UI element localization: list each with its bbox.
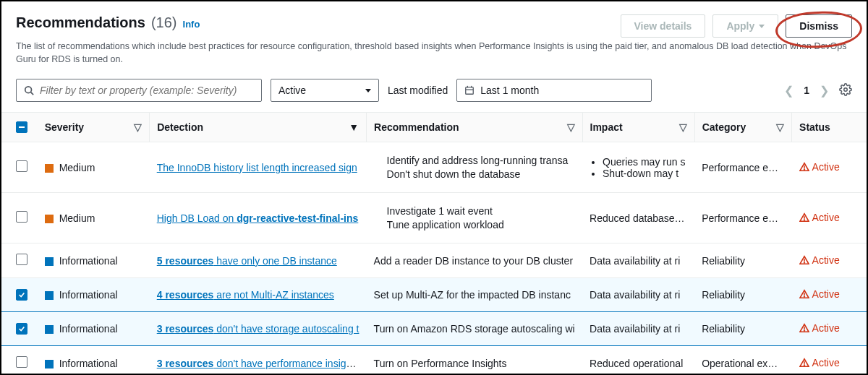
recommendation-cell: Identify and address long-running transa… xyxy=(367,142,582,193)
prev-page-button[interactable]: ❮ xyxy=(784,84,793,98)
category-cell: Performance e… xyxy=(694,142,791,193)
row-checkbox[interactable] xyxy=(16,160,27,172)
svg-point-9 xyxy=(804,169,804,170)
impact-cell: Data availability at ri xyxy=(582,243,694,278)
settings-button[interactable] xyxy=(839,83,852,98)
severity-badge xyxy=(45,360,54,368)
table-row: MediumThe InnoDB history list length inc… xyxy=(1,142,867,193)
recommendations-table: Severity▽ Detection▼ Recommendation▽ Imp… xyxy=(1,112,867,375)
recommendation-item: Don't shut down the database xyxy=(387,168,575,180)
detection-link[interactable]: 5 resources have only one DB instance xyxy=(157,255,337,267)
warning-icon xyxy=(799,323,809,333)
search-icon xyxy=(24,85,34,95)
column-header-recommendation[interactable]: Recommendation▽ xyxy=(367,113,582,142)
severity-text: Informational xyxy=(59,289,118,301)
row-checkbox[interactable] xyxy=(16,356,27,368)
column-header-status[interactable]: Status xyxy=(792,113,867,142)
column-header-impact[interactable]: Impact▽ xyxy=(582,113,694,142)
status-badge: Active xyxy=(799,212,840,223)
detection-link[interactable]: 4 resources are not Multi-AZ instances xyxy=(157,289,334,301)
warning-icon xyxy=(799,255,809,265)
status-badge: Active xyxy=(799,322,840,334)
row-checkbox[interactable] xyxy=(16,289,27,301)
category-cell: Reliability xyxy=(694,312,791,346)
svg-point-15 xyxy=(804,296,804,297)
table-row: Informational3 resources don't have stor… xyxy=(1,312,867,346)
detection-link[interactable]: 3 resources don't have storage autoscali… xyxy=(157,323,359,335)
dismiss-button[interactable]: Dismiss xyxy=(786,14,852,38)
sort-icon: ▽ xyxy=(679,121,687,133)
column-header-detection[interactable]: Detection▼ xyxy=(150,113,367,142)
impact-cell: Reduced database pe xyxy=(582,193,694,243)
svg-point-11 xyxy=(804,220,804,220)
recommendation-item: Tune application workload xyxy=(387,219,575,230)
svg-rect-7 xyxy=(19,126,25,128)
page-title: Recommendations xyxy=(16,14,145,31)
warning-icon xyxy=(799,358,809,368)
severity-badge xyxy=(45,257,54,266)
current-page: 1 xyxy=(804,85,809,96)
apply-button[interactable]: Apply xyxy=(712,14,778,38)
severity-badge xyxy=(45,325,54,334)
select-all-checkbox[interactable] xyxy=(16,121,27,133)
chevron-down-icon xyxy=(365,89,371,92)
severity-badge xyxy=(45,291,54,300)
sort-icon: ▽ xyxy=(567,121,575,133)
row-checkbox[interactable] xyxy=(16,323,27,335)
impact-cell: Data availability at ri xyxy=(582,278,694,312)
detection-link[interactable]: 3 resources don't have performance insig… xyxy=(157,358,360,369)
warning-icon xyxy=(799,212,809,223)
recommendation-cell: Turn on Amazon RDS storage autoscaling w… xyxy=(367,312,582,346)
status-badge: Active xyxy=(799,357,840,368)
impact-cell: Data availability at ri xyxy=(582,312,694,346)
sort-icon: ▽ xyxy=(134,121,142,133)
status-badge: Active xyxy=(799,254,840,266)
chevron-down-icon xyxy=(759,25,765,28)
column-header-category[interactable]: Category▽ xyxy=(694,113,791,142)
recommendations-panel: Recommendations (16) Info View details A… xyxy=(0,0,868,375)
column-header-severity[interactable]: Severity▽ xyxy=(38,113,150,142)
svg-point-17 xyxy=(804,330,804,331)
severity-text: Informational xyxy=(59,358,118,369)
recommendation-item: Identify and address long-running transa xyxy=(387,155,575,166)
row-checkbox[interactable] xyxy=(16,254,27,265)
view-details-button[interactable]: View details xyxy=(621,14,706,38)
sort-icon: ▼ xyxy=(349,121,359,133)
category-cell: Reliability xyxy=(694,243,791,278)
sort-icon: ▽ xyxy=(776,121,784,133)
next-page-button[interactable]: ❯ xyxy=(820,84,829,98)
panel-header: Recommendations (16) Info View details A… xyxy=(1,1,867,40)
row-checkbox[interactable] xyxy=(16,211,27,223)
info-link[interactable]: Info xyxy=(183,19,200,30)
filter-bar: Active Last modified Last 1 month ❮ 1 ❯ xyxy=(1,76,867,112)
category-cell: Performance e… xyxy=(694,193,791,243)
severity-badge xyxy=(45,164,54,173)
svg-line-1 xyxy=(31,92,34,95)
impact-cell: Queries may run sShut-down may t xyxy=(582,142,694,193)
gear-icon xyxy=(839,83,852,96)
status-filter-select[interactable]: Active xyxy=(271,79,379,102)
svg-point-6 xyxy=(844,87,848,91)
recommendation-cell: Investigate 1 wait eventTune application… xyxy=(367,193,582,243)
title-group: Recommendations (16) Info xyxy=(16,14,200,31)
table-row: Informational5 resources have only one D… xyxy=(1,243,867,278)
status-filter-value: Active xyxy=(278,85,306,96)
detection-link[interactable]: The InnoDB history list length increased… xyxy=(157,162,357,173)
status-badge: Active xyxy=(799,288,840,300)
panel-description: The list of recommendations which includ… xyxy=(1,40,867,76)
date-range-value: Last 1 month xyxy=(480,85,539,96)
svg-point-0 xyxy=(25,87,32,93)
severity-text: Informational xyxy=(59,323,118,335)
svg-point-13 xyxy=(804,262,804,263)
last-modified-label: Last modified xyxy=(388,85,448,96)
pagination: ❮ 1 ❯ xyxy=(784,83,852,98)
severity-text: Informational xyxy=(59,255,118,267)
select-all-header[interactable] xyxy=(1,113,38,142)
date-range-select[interactable]: Last 1 month xyxy=(456,79,652,102)
filter-input-container[interactable] xyxy=(16,79,262,102)
action-buttons: View details Apply Dismiss xyxy=(621,14,853,38)
severity-text: Medium xyxy=(59,212,95,224)
filter-input[interactable] xyxy=(40,85,254,96)
table-row: MediumHigh DB Load on dgr-reactive-test-… xyxy=(1,193,867,243)
detection-link[interactable]: High DB Load on dgr-reactive-test-final-… xyxy=(157,212,359,224)
